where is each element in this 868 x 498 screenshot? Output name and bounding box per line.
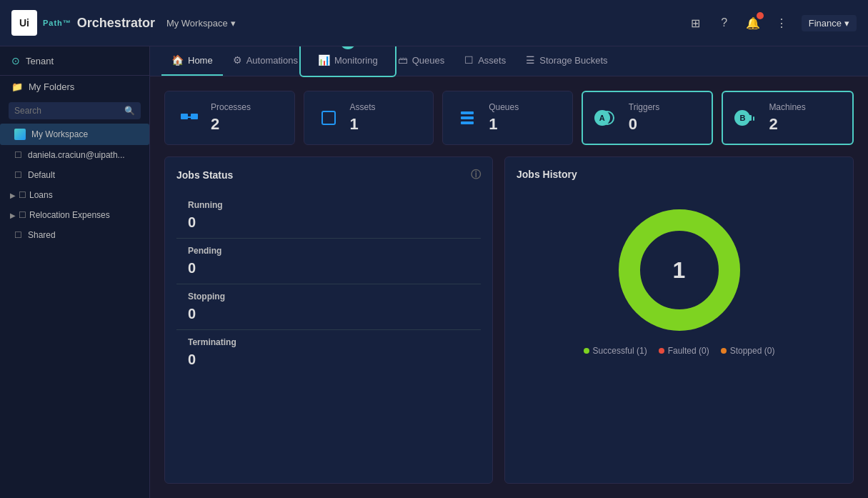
machines-stat-value: 2 (769, 115, 805, 134)
header-icons: ⊞ ? 🔔 ⋮ Finance ▾ (687, 14, 857, 31)
tab-queues-label: Queues (412, 55, 445, 66)
terminating-value: 0 (188, 352, 196, 368)
processes-icon (176, 105, 202, 131)
stopping-value: 0 (188, 306, 196, 322)
processes-value: 2 (211, 115, 251, 134)
notification-badge (757, 12, 764, 19)
processes-label: Processes (211, 102, 251, 112)
more-options-icon[interactable]: ⋮ (773, 14, 790, 31)
machines-stat-label: Machines (769, 102, 805, 112)
legend-faulted-label: Faulted (0) (668, 346, 709, 356)
terminating-label: Terminating (188, 337, 236, 347)
tab-monitoring[interactable]: C 📊 Monitoring (308, 46, 388, 76)
sidebar-label-daniela: daniela.craciun@uipath... (28, 150, 125, 160)
sidebar-label-shared: Shared (28, 230, 56, 240)
triggers-info: Triggers 0 (629, 102, 660, 134)
search-icon: 🔍 (124, 106, 135, 116)
triggers-stat-label: Triggers (629, 102, 660, 112)
sidebar-label-my-workspace: My Workspace (31, 129, 88, 139)
jobs-history-panel: Jobs History 1 (504, 156, 854, 484)
relocation-chevron: ▶ (10, 211, 16, 219)
doc-icon-shared: ☐ (14, 230, 22, 240)
loans-chevron: ▶ (10, 191, 16, 199)
sidebar-item-default[interactable]: ☐ Default (0, 165, 149, 185)
sidebar-label-relocation: Relocation Expenses (29, 210, 110, 220)
assets-icon: ☐ (464, 54, 474, 66)
main-layout: ⊙ Tenant 📁 My Folders 🔍 My Workspace ☐ d… (0, 46, 868, 498)
dot-red (659, 348, 664, 354)
stats-row: Processes 2 Assets 1 (164, 91, 854, 145)
legend-successful-label: Successful (1) (593, 346, 647, 356)
doc-icon-relocation: ☐ (19, 210, 26, 220)
svg-rect-5 (461, 116, 474, 119)
automations-icon: ⚙ (233, 54, 242, 66)
sidebar-item-shared[interactable]: ☐ Shared (0, 225, 149, 245)
legend-successful: Successful (1) (584, 346, 647, 356)
sidebar-tenant[interactable]: ⊙ Tenant (0, 46, 149, 76)
sidebar-item-my-workspace[interactable]: My Workspace (0, 124, 149, 145)
help-icon[interactable]: ? (716, 14, 733, 31)
jobs-status-label: Jobs Status (176, 169, 233, 181)
search-input[interactable] (14, 106, 120, 116)
folders-label: My Folders (29, 81, 74, 92)
panels-row: Jobs Status ⓘ Running 0 Pending 0 Stoppi… (164, 156, 854, 484)
search-container: 🔍 (9, 102, 141, 119)
tab-monitoring-label: Monitoring (334, 55, 378, 66)
job-row-running: Running 0 (176, 193, 481, 239)
storage-icon: ☰ (526, 54, 535, 66)
sidebar-folders[interactable]: 📁 My Folders (0, 76, 149, 98)
stat-card-machines[interactable]: B Machines 2 (722, 91, 854, 145)
tab-assets[interactable]: ☐ Assets (454, 46, 516, 76)
legend-stopped: Stopped (0) (721, 346, 775, 356)
queues-info: Queues 1 (489, 102, 519, 134)
workspace-selector[interactable]: My Workspace ▾ (166, 18, 236, 29)
doc-icon-default: ☐ (14, 170, 22, 180)
tab-queues[interactable]: 🗃 Queues (388, 46, 455, 76)
stopping-label: Stopping (188, 292, 225, 302)
queues-stat-value: 1 (489, 115, 519, 134)
jobs-info-icon[interactable]: ⓘ (471, 169, 481, 181)
donut-center-value: 1 (673, 257, 686, 283)
sidebar: ⊙ Tenant 📁 My Folders 🔍 My Workspace ☐ d… (0, 46, 150, 498)
donut-area: 1 Successful (1) Faulted (0) (517, 191, 842, 356)
notification-icon[interactable]: 🔔 (744, 14, 762, 31)
stat-card-triggers[interactable]: A Triggers 0 (582, 91, 714, 145)
donut-chart: 1 (615, 206, 744, 334)
jobs-history-title: Jobs History (517, 169, 842, 180)
queues-stat-icon (454, 105, 480, 131)
stat-card-queues[interactable]: Queues 1 (442, 91, 573, 145)
jobs-status-title: Jobs Status ⓘ (176, 169, 481, 181)
tabs-bar: 🏠 Home ⚙ Automations C 📊 Monitoring 🗃 Qu… (150, 46, 868, 76)
sidebar-label-loans: Loans (29, 190, 53, 200)
triggers-stat-value: 0 (629, 115, 660, 134)
tab-automations[interactable]: ⚙ Automations (223, 46, 308, 76)
logo-box: Ui (11, 10, 37, 36)
running-label: Running (188, 200, 223, 210)
tab-home[interactable]: 🏠 Home (161, 46, 223, 76)
sidebar-item-relocation[interactable]: ▶ ☐ Relocation Expenses (0, 205, 149, 225)
stat-card-processes[interactable]: Processes 2 (164, 91, 295, 145)
pending-value: 0 (188, 260, 196, 277)
jobs-history-label: Jobs History (517, 169, 577, 180)
processes-info: Processes 2 (211, 102, 251, 134)
tab-storage-label: Storage Buckets (539, 55, 607, 66)
doc-icon-loans: ☐ (19, 190, 26, 200)
tab-assets-label: Assets (478, 55, 506, 66)
tab-automations-label: Automations (246, 55, 298, 66)
tenant-icon: ⊙ (11, 55, 20, 66)
assets-stat-icon (316, 105, 341, 131)
svg-rect-3 (322, 111, 335, 124)
workspace-icon (14, 129, 26, 140)
stat-card-assets[interactable]: Assets 1 (304, 91, 434, 145)
a-annotation-badge: A (594, 110, 610, 126)
c-annotation-badge: C (340, 46, 356, 49)
user-selector[interactable]: Finance ▾ (802, 15, 857, 31)
sidebar-item-daniela[interactable]: ☐ daniela.craciun@uipath... (0, 145, 149, 165)
jobs-status-panel: Jobs Status ⓘ Running 0 Pending 0 Stoppi… (164, 156, 493, 484)
queues-icon: 🗃 (398, 54, 408, 66)
sidebar-item-loans[interactable]: ▶ ☐ Loans (0, 185, 149, 205)
workspace-label: My Workspace (166, 18, 228, 29)
tab-storage-buckets[interactable]: ☰ Storage Buckets (516, 46, 617, 76)
user-label: Finance (809, 18, 842, 29)
grid-icon[interactable]: ⊞ (687, 14, 704, 31)
